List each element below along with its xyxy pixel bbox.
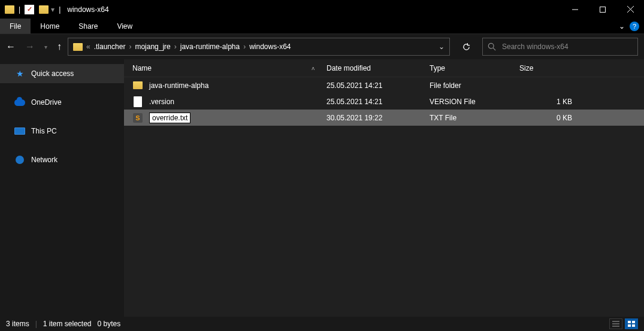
column-header-name[interactable]: Name ʌ bbox=[132, 64, 326, 72]
table-row[interactable]: S override.txt 30.05.2021 19:22 TXT File… bbox=[124, 110, 644, 126]
search-input[interactable]: Search windows-x64 bbox=[482, 38, 638, 56]
breadcrumb[interactable]: mojang_jre bbox=[135, 42, 170, 51]
file-date: 25.05.2021 14:21 bbox=[326, 81, 430, 90]
navigation-bar: ← → ▾ ↑ « .tlauncher › mojang_jre › java… bbox=[0, 34, 644, 59]
sidebar-item-label: Quick access bbox=[31, 69, 74, 78]
file-list: Name ʌ Date modified Type Size java-runt… bbox=[124, 59, 644, 317]
folder-icon bbox=[39, 5, 49, 14]
star-icon: ★ bbox=[14, 68, 25, 79]
sidebar-item-onedrive[interactable]: OneDrive bbox=[0, 93, 124, 112]
breadcrumb[interactable]: .tlauncher bbox=[94, 42, 126, 51]
tab-home[interactable]: Home bbox=[31, 19, 69, 34]
pc-icon bbox=[14, 126, 25, 136]
sidebar-item-this-pc[interactable]: This PC bbox=[0, 122, 124, 141]
file-date: 30.05.2021 19:22 bbox=[326, 114, 430, 122]
column-headers: Name ʌ Date modified Type Size bbox=[124, 59, 644, 77]
file-name: java-runtime-alpha bbox=[149, 81, 208, 90]
chevron-right-icon[interactable]: › bbox=[129, 42, 131, 51]
tab-view[interactable]: View bbox=[107, 19, 142, 34]
qat-separator: | bbox=[19, 5, 20, 14]
thumbnails-view-button[interactable] bbox=[625, 318, 638, 329]
chevron-right-icon[interactable]: « bbox=[86, 42, 90, 51]
folder-icon bbox=[73, 43, 83, 51]
address-bar[interactable]: « .tlauncher › mojang_jre › java-runtime… bbox=[68, 38, 450, 56]
file-tab[interactable]: File bbox=[0, 19, 31, 34]
file-type: VERSION File bbox=[430, 98, 519, 106]
window-title: windows-x64 bbox=[67, 5, 108, 14]
sidebar-item-label: Network bbox=[31, 156, 58, 164]
sidebar-item-label: OneDrive bbox=[31, 98, 62, 107]
title-bar: | ✓ ▾ | windows-x64 bbox=[0, 0, 644, 19]
breadcrumb[interactable]: windows-x64 bbox=[249, 42, 291, 51]
close-button[interactable] bbox=[616, 0, 644, 19]
svg-rect-9 bbox=[628, 321, 631, 323]
svg-rect-12 bbox=[632, 324, 635, 327]
document-icon bbox=[132, 96, 143, 107]
qat-separator: | bbox=[59, 5, 61, 14]
svg-rect-10 bbox=[632, 321, 635, 323]
file-type: TXT File bbox=[430, 114, 519, 122]
svg-point-4 bbox=[488, 43, 494, 48]
folder-icon bbox=[5, 5, 14, 14]
qat-dropdown-icon[interactable]: ▾ bbox=[51, 5, 55, 14]
expand-ribbon-icon[interactable]: ⌄ bbox=[619, 22, 625, 31]
file-size: 0 KB bbox=[519, 114, 579, 122]
back-button[interactable]: ← bbox=[6, 41, 16, 52]
tab-share[interactable]: Share bbox=[69, 19, 107, 34]
rename-input[interactable]: override.txt bbox=[149, 113, 191, 123]
text-file-icon: S bbox=[132, 113, 143, 123]
table-row[interactable]: .version 25.05.2021 14:21 VERSION File 1… bbox=[124, 93, 644, 110]
search-icon bbox=[488, 42, 496, 51]
chevron-right-icon[interactable]: › bbox=[174, 42, 177, 51]
minimize-button[interactable] bbox=[561, 0, 589, 19]
file-name: .version bbox=[149, 98, 174, 106]
sidebar-item-label: This PC bbox=[31, 127, 57, 135]
quick-access-toolbar: | ✓ ▾ | bbox=[0, 5, 64, 14]
column-header-size[interactable]: Size bbox=[519, 64, 579, 72]
file-date: 25.05.2021 14:21 bbox=[326, 98, 430, 106]
breadcrumb[interactable]: java-runtime-alpha bbox=[180, 42, 240, 51]
navigation-pane: ★ Quick access OneDrive This PC Network bbox=[0, 59, 124, 317]
ribbon-tabs: File Home Share View ⌄ ? bbox=[0, 19, 644, 34]
column-header-date[interactable]: Date modified bbox=[326, 64, 430, 72]
help-button[interactable]: ? bbox=[630, 22, 639, 31]
status-selected-size: 0 bytes bbox=[98, 320, 121, 328]
file-size: 1 KB bbox=[519, 98, 579, 106]
sidebar-item-network[interactable]: Network bbox=[0, 150, 124, 169]
svg-rect-11 bbox=[628, 324, 631, 327]
status-item-count: 3 items bbox=[6, 320, 29, 328]
cloud-icon bbox=[14, 97, 25, 108]
network-icon bbox=[14, 154, 25, 165]
status-bar: 3 items | 1 item selected 0 bytes bbox=[0, 317, 644, 331]
details-view-button[interactable] bbox=[609, 318, 622, 329]
svg-rect-1 bbox=[600, 7, 606, 12]
up-button[interactable]: ↑ bbox=[57, 41, 62, 52]
table-row[interactable]: java-runtime-alpha 25.05.2021 14:21 File… bbox=[124, 77, 644, 93]
refresh-button[interactable] bbox=[456, 38, 476, 56]
address-dropdown-icon[interactable]: ⌄ bbox=[439, 42, 445, 51]
maximize-button[interactable] bbox=[589, 0, 616, 19]
folder-icon bbox=[132, 80, 143, 91]
chevron-right-icon[interactable]: › bbox=[243, 42, 246, 51]
svg-line-5 bbox=[493, 48, 495, 50]
recent-locations-icon[interactable]: ▾ bbox=[44, 44, 47, 50]
sidebar-item-quick-access[interactable]: ★ Quick access bbox=[0, 64, 124, 83]
forward-button[interactable]: → bbox=[25, 41, 35, 52]
sort-indicator-icon: ʌ bbox=[312, 65, 315, 71]
search-placeholder: Search windows-x64 bbox=[502, 42, 569, 51]
properties-icon[interactable]: ✓ bbox=[25, 5, 34, 14]
file-type: File folder bbox=[430, 81, 519, 90]
status-selected-count: 1 item selected bbox=[43, 320, 92, 328]
column-header-type[interactable]: Type bbox=[430, 64, 519, 72]
